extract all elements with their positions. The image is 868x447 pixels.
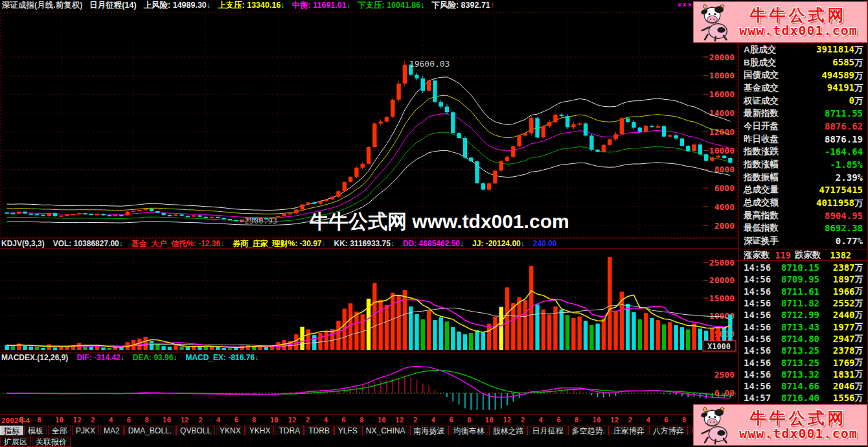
- indicator-value: VOL: 10386827.00↓: [53, 239, 123, 248]
- ad-banner-bottom[interactable]: 牛牛公式网 www.tdx001.com: [693, 404, 867, 446]
- stat-row: 今日开盘8876.62: [739, 120, 867, 133]
- info-item: 日月征程(14): [89, 1, 136, 10]
- tab-多空趋势.[interactable]: 多空趋势.: [568, 426, 609, 436]
- indicator-value: MACDEX.(12,26,9): [1, 353, 68, 362]
- stat-row: 总成交额4011958万: [739, 196, 867, 209]
- svg-text:18000: 18000: [709, 71, 735, 80]
- date-axis-label: 10: [485, 416, 494, 424]
- date-axis-label: 8: [360, 416, 364, 424]
- cow-mascot-icon: [696, 3, 733, 41]
- date-axis-label: 12: [288, 416, 296, 424]
- tab-模板[interactable]: 模板: [24, 426, 47, 436]
- volume-chart[interactable]: 250002000015000100005000X1000: [0, 249, 738, 352]
- trend-arrow-icon: ↓: [322, 239, 326, 248]
- tab-YLFS[interactable]: YLFS: [334, 426, 361, 436]
- indicator-value: KK: 3116933.75↓: [334, 239, 394, 248]
- date-axis-label: 6: [449, 416, 453, 424]
- market-sidebar: A股成交3911814万B股成交6585万国债成交494589万基金成交9419…: [738, 0, 868, 447]
- date-axis-label: 4: [539, 416, 543, 424]
- tab-YKNX[interactable]: YKNX: [216, 426, 245, 436]
- trend-arrow-icon: ↓: [120, 353, 124, 362]
- tab-QVBOLL[interactable]: QVBOLL: [176, 426, 215, 436]
- svg-text:2500: 2500: [714, 370, 735, 380]
- tab-TDRA[interactable]: TDRA: [275, 426, 304, 436]
- date-axis-label: 12: [181, 416, 189, 424]
- tick-row[interactable]: 14:578716.401556万: [739, 392, 867, 404]
- app-window: 深证成指(月线.前复权)日月征程(14)上风险: 14989.30↓上支压: 1…: [0, 0, 868, 447]
- tab-指标[interactable]: 指标: [0, 426, 23, 436]
- tab-扩展区[interactable]: 扩展区: [0, 437, 31, 447]
- tab-庄家博弈[interactable]: 庄家博弈: [610, 426, 648, 436]
- volume-indicator-bar: KDJV(9,3,3)VOL: 10386827.00↓基金_大户_信托%: -…: [0, 238, 738, 249]
- tick-row[interactable]: 14:568713.431977万: [739, 321, 867, 332]
- tab-NX_CHINA[interactable]: NX_CHINA: [362, 426, 409, 436]
- macd-chart[interactable]: 25000.00: [0, 363, 738, 414]
- tab-YKHX[interactable]: YKHX: [246, 426, 275, 436]
- date-axis-label: 10: [592, 416, 600, 424]
- tick-row[interactable]: 14:568711.822552万: [739, 297, 867, 309]
- tab-日月征程[interactable]: 日月征程: [529, 426, 567, 436]
- tick-row[interactable]: 14:568711.611966万: [739, 286, 867, 297]
- tick-row[interactable]: 14:568714.662046万: [739, 380, 867, 392]
- tab-南海扬波[interactable]: 南海扬波: [410, 426, 449, 436]
- tab-股林之路[interactable]: 股林之路: [489, 426, 528, 436]
- tick-list: 14:568710.152387万14:568709.951897万14:568…: [739, 262, 867, 404]
- trend-arrow-icon: ↓: [207, 1, 211, 10]
- stat-row: 指数涨幅-1.85%: [739, 158, 867, 171]
- info-item: 下风险: 8392.71↑: [431, 1, 494, 10]
- peak-price-annotation: 19600.03: [409, 59, 450, 69]
- banner-url: www.tdx001.com: [733, 427, 864, 441]
- info-item: 上支压: 13340.16↓: [218, 1, 285, 10]
- main-candlestick-chart[interactable]: 2000018000160001400012000100008000600040…: [0, 12, 738, 238]
- volume-unit-label: X1000: [707, 342, 731, 351]
- trend-arrow-icon: ↓: [220, 239, 224, 248]
- tab-均衡布林[interactable]: 均衡布林: [450, 426, 488, 436]
- date-axis-label: 6: [664, 416, 668, 424]
- stat-row: 最高指数8904.95: [739, 209, 867, 222]
- trend-arrow-icon: ↓: [521, 239, 525, 248]
- date-axis-label: 8: [144, 416, 149, 424]
- date-axis-label: 12: [503, 416, 511, 424]
- tab-八方博弈[interactable]: 八方博弈: [649, 426, 688, 436]
- tick-row[interactable]: 14:568713.321831万: [739, 369, 867, 380]
- indicator-value: DIF: -314.42↓: [76, 353, 124, 362]
- stat-row: A股成交3911814万: [739, 43, 867, 56]
- tick-row[interactable]: 14:568713.252378万: [739, 345, 867, 356]
- indicator-value: DEA: 93.96↓: [133, 353, 177, 362]
- tab-MA2[interactable]: MA2: [100, 426, 124, 436]
- tick-row[interactable]: 14:568713.251769万: [739, 356, 867, 368]
- date-axis-label: 12: [73, 416, 82, 424]
- date-axis-label: 2: [628, 416, 633, 424]
- stat-row: 基金成交94191万: [739, 82, 867, 95]
- date-axis-label: 2: [413, 416, 418, 424]
- svg-text:25000: 25000: [709, 258, 735, 268]
- tab-DMA_BOLL.[interactable]: DMA_BOLL.: [124, 426, 176, 436]
- svg-text:20000: 20000: [709, 52, 735, 62]
- stat-row: 昨日收盘8876.19: [739, 133, 867, 146]
- date-axis-label: 8: [37, 416, 41, 424]
- trend-arrow-icon: ↓: [391, 239, 394, 248]
- date-axis-label: 4: [646, 416, 650, 424]
- tick-row[interactable]: 14:568710.152387万: [739, 262, 867, 273]
- tab-PJKX[interactable]: PJKX: [72, 426, 99, 436]
- info-item: 深证成指(月线.前复权): [2, 1, 82, 10]
- ad-banner-top[interactable]: 牛牛公式网 www.tdx001.com: [693, 1, 867, 43]
- tab-关联报价[interactable]: 关联报价: [32, 437, 71, 447]
- tick-row[interactable]: 14:568712.992440万: [739, 309, 867, 321]
- info-item: 上风险: 14989.30↓: [144, 1, 211, 10]
- stat-row: 最新指数8711.55: [739, 107, 867, 120]
- trend-arrow-icon: ↓: [420, 1, 424, 10]
- date-axis-label: 10: [270, 416, 279, 424]
- market-stats: A股成交3911814万B股成交6585万国债成交494589万基金成交9419…: [739, 43, 867, 247]
- trough-price-annotation: ←2500.93: [240, 216, 277, 225]
- date-axis-label: 2: [91, 416, 95, 424]
- date-axis-label: 6: [19, 416, 24, 424]
- tick-row[interactable]: 14:568709.951897万: [739, 273, 867, 285]
- stat-row: B股成交6585万: [739, 56, 867, 69]
- date-axis-label: 4: [109, 416, 113, 424]
- date-axis-label: 8: [682, 416, 687, 424]
- tab-全部[interactable]: 全部: [48, 426, 71, 436]
- info-item: 下支压: 10041.86↓: [358, 1, 425, 10]
- tick-row[interactable]: 14:568714.802947万: [739, 333, 867, 345]
- tab-TDRB[interactable]: TDRB: [304, 426, 334, 436]
